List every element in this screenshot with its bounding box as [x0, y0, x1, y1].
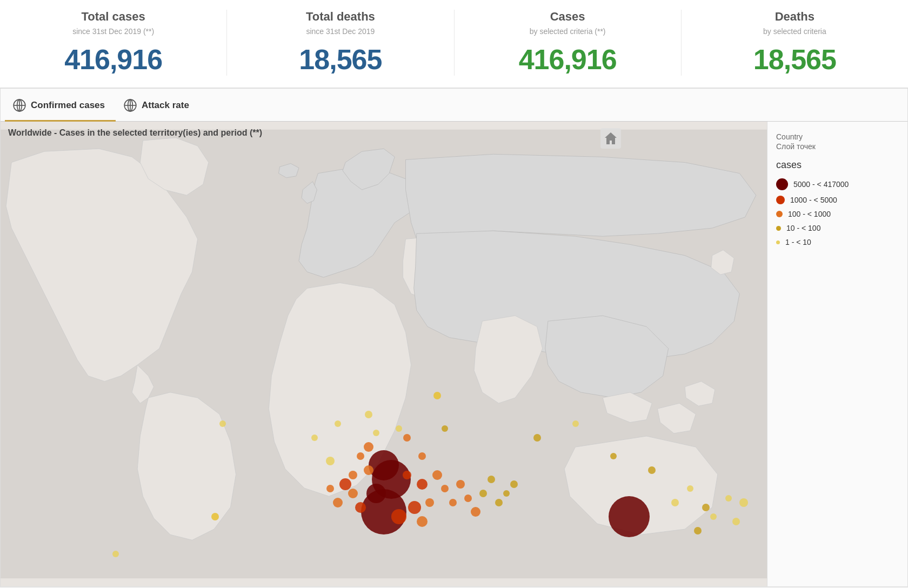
home-button[interactable]	[600, 128, 621, 151]
stat-total-deaths-value: 18,565	[227, 43, 453, 76]
map-container[interactable]: Worldwide - Cases in the selected territ…	[1, 122, 767, 586]
legend-item-10: 10 - < 100	[776, 224, 899, 232]
stat-cases-selected-value: 416,916	[455, 43, 681, 76]
legend-country-label: Country	[776, 132, 899, 141]
stat-cases-selected-title: Cases	[455, 10, 681, 24]
map-title: Worldwide - Cases in the selected territ…	[8, 128, 262, 138]
stat-cases-selected-subtitle: by selected criteria (**)	[455, 27, 681, 36]
globe-icon-2	[123, 98, 137, 112]
main-content: Confirmed cases Attack rate Worldwide - …	[0, 88, 908, 587]
stat-total-cases: Total cases since 31st Dec 2019 (**) 416…	[0, 10, 227, 76]
tab-confirmed-cases[interactable]: Confirmed cases	[5, 89, 116, 121]
legend-item-1: 1 - < 10	[776, 238, 899, 246]
legend-panel: Country Слой точек cases 5000 - < 417000…	[767, 122, 907, 586]
stat-cases-selected: Cases by selected criteria (**) 416,916	[455, 10, 682, 76]
stat-total-deaths: Total deaths since 31st Dec 2019 18,565	[227, 10, 454, 76]
legend-dot-10	[776, 226, 781, 231]
legend-item-1000: 1000 - < 5000	[776, 196, 899, 204]
world-map	[1, 122, 767, 586]
legend-label-1: 1 - < 10	[785, 238, 811, 246]
stat-deaths-selected-title: Deaths	[682, 10, 908, 24]
tab-attack-rate-label: Attack rate	[142, 100, 189, 111]
map-section: Worldwide - Cases in the selected territ…	[1, 122, 907, 586]
stat-total-cases-subtitle: since 31st Dec 2019 (**)	[0, 27, 226, 36]
globe-icon-1	[12, 98, 26, 112]
legend-item-100: 100 - < 1000	[776, 210, 899, 218]
legend-item-5000: 5000 - < 417000	[776, 178, 899, 190]
stat-total-deaths-subtitle: since 31st Dec 2019	[227, 27, 453, 36]
legend-label-100: 100 - < 1000	[788, 210, 831, 218]
stat-deaths-selected-value: 18,565	[682, 43, 908, 76]
stat-total-cases-title: Total cases	[0, 10, 226, 24]
stat-total-cases-value: 416,916	[0, 43, 226, 76]
stats-bar: Total cases since 31st Dec 2019 (**) 416…	[0, 0, 908, 88]
stat-total-deaths-title: Total deaths	[227, 10, 453, 24]
legend-layer-label: Слой точек	[776, 142, 899, 151]
legend-dot-1000	[776, 196, 785, 204]
tab-bar: Confirmed cases Attack rate	[1, 89, 907, 122]
legend-dot-100	[776, 211, 783, 217]
legend-label-10: 10 - < 100	[786, 224, 820, 232]
legend-dot-1	[776, 240, 780, 244]
legend-dot-5000	[776, 178, 788, 190]
legend-label-5000: 5000 - < 417000	[793, 180, 849, 189]
legend-label-1000: 1000 - < 5000	[790, 196, 837, 204]
home-icon	[600, 128, 621, 149]
stat-deaths-selected-subtitle: by selected criteria	[682, 27, 908, 36]
legend-section-title: cases	[776, 159, 899, 171]
tab-confirmed-cases-label: Confirmed cases	[31, 100, 105, 111]
stat-deaths-selected: Deaths by selected criteria 18,565	[682, 10, 908, 76]
tab-attack-rate[interactable]: Attack rate	[116, 89, 200, 121]
